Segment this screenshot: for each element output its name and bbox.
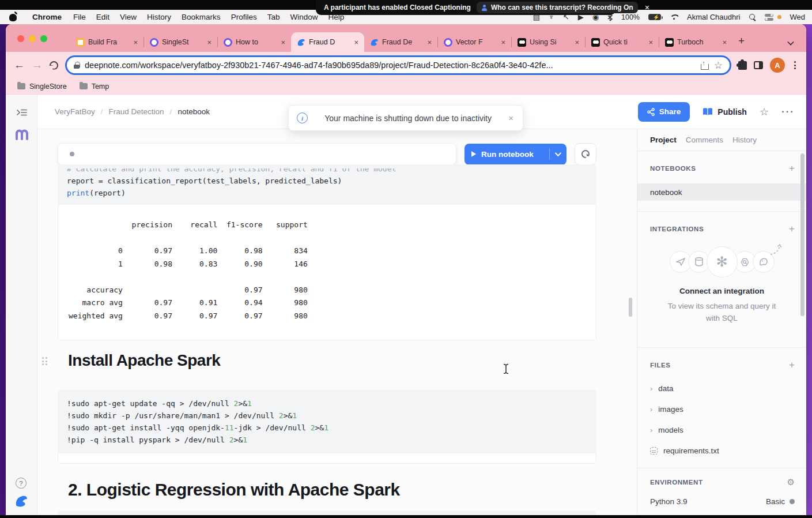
profile-avatar[interactable]: A: [770, 58, 785, 73]
code-cell-install-spark[interactable]: !sudo apt-get update -qq > /dev/null 2>&…: [58, 390, 596, 464]
tab-search-chevron-icon[interactable]: [787, 39, 794, 45]
help-icon[interactable]: ?: [16, 478, 27, 489]
table-of-contents-icon[interactable]: [16, 108, 28, 117]
breadcrumb-notebook[interactable]: notebook: [177, 107, 210, 116]
favorite-star-icon[interactable]: ☆: [760, 106, 769, 118]
browser-menu-icon[interactable]: [792, 61, 798, 69]
panel-tab-history[interactable]: History: [732, 136, 757, 144]
close-window-button[interactable]: [17, 35, 24, 42]
share-page-icon[interactable]: [701, 61, 709, 70]
forward-button: →: [32, 59, 43, 72]
extensions-icon[interactable]: [738, 61, 747, 70]
tab-turboch[interactable]: Turboch ×: [659, 32, 732, 52]
add-file-button[interactable]: +: [789, 359, 795, 371]
spotlight-icon[interactable]: [749, 14, 756, 21]
bookmark-star-icon[interactable]: ☆: [714, 61, 723, 70]
window-controls[interactable]: [17, 35, 47, 42]
run-options-chevron-icon[interactable]: [555, 150, 561, 156]
menu-view[interactable]: View: [115, 13, 142, 21]
tab-close-icon[interactable]: ×: [280, 38, 286, 47]
tab-close-icon[interactable]: ×: [132, 38, 139, 47]
tab-close-icon[interactable]: ×: [573, 38, 580, 47]
folder-row-data[interactable]: › data: [637, 378, 806, 399]
tab-fraud-detection-2[interactable]: Fraud De ×: [364, 32, 437, 52]
new-tab-button[interactable]: +: [738, 35, 745, 47]
back-button[interactable]: ←: [14, 59, 25, 72]
menu-edit[interactable]: Edit: [91, 13, 115, 21]
run-notebook-button[interactable]: Run notebook: [464, 144, 566, 165]
restart-machine-button[interactable]: [575, 143, 596, 165]
environment-runtime[interactable]: Python 3.9: [650, 497, 688, 506]
notebook-list-item[interactable]: notebook: [637, 183, 806, 201]
notebook-outline-icon[interactable]: [15, 128, 29, 141]
block-drag-handle[interactable]: [42, 357, 47, 366]
address-bar[interactable]: deepnote.com/workspace/veryfatboy-2f930b…: [65, 55, 731, 75]
singlestore-favicon: [224, 38, 232, 47]
url-text[interactable]: deepnote.com/workspace/veryfatboy-2f930b…: [85, 61, 696, 70]
folder-row-models[interactable]: › models: [637, 419, 806, 440]
add-notebook-button[interactable]: +: [789, 163, 795, 174]
menu-window[interactable]: Window: [285, 13, 323, 21]
panel-tab-comments[interactable]: Comments: [686, 136, 723, 144]
tab-build-fra[interactable]: Build Fra ×: [70, 32, 143, 52]
heading-logistic-regression[interactable]: 2. Logistic Regression with Apache Spark: [68, 480, 400, 500]
tab-how-to[interactable]: How to ×: [218, 32, 291, 52]
txt-file-icon: [650, 447, 658, 455]
minimize-window-button[interactable]: [29, 35, 36, 42]
tab-singlestore[interactable]: SingleSt ×: [144, 32, 217, 52]
bookmark-folder-temp[interactable]: Temp: [80, 82, 109, 91]
tab-close-icon[interactable]: ×: [721, 38, 728, 47]
tab-fraud-detection-active[interactable]: Fraud D ×: [291, 32, 364, 52]
code-editor[interactable]: # Calculate and print the accuracy, prec…: [58, 164, 596, 205]
menu-profiles[interactable]: Profiles: [226, 13, 262, 21]
meet-close-icon[interactable]: ×: [645, 3, 649, 12]
transcript-chip[interactable]: Who can see this transcript? Recording O…: [477, 2, 638, 13]
code-cell-classification-report[interactable]: # Calculate and print the accuracy, prec…: [58, 164, 596, 340]
menu-history[interactable]: History: [142, 13, 176, 21]
menu-file[interactable]: File: [68, 13, 91, 21]
more-options-icon[interactable]: ···: [781, 106, 795, 118]
menu-chrome[interactable]: Chrome: [27, 13, 68, 21]
panel-tab-project[interactable]: Project: [650, 136, 677, 144]
tab-close-icon[interactable]: ×: [353, 38, 360, 47]
reload-button[interactable]: [50, 61, 58, 70]
bookmark-folder-singlestore[interactable]: SingleStore: [17, 82, 67, 91]
menu-bookmarks[interactable]: Bookmarks: [176, 13, 226, 21]
panel-scrollbar-thumb[interactable]: [800, 153, 805, 316]
tab-quick-tip[interactable]: Quick ti ×: [586, 32, 659, 52]
machine-type[interactable]: Basic: [766, 497, 785, 506]
next-cell-partial[interactable]: [58, 511, 596, 515]
file-row-requirements[interactable]: requirements.txt: [637, 440, 806, 461]
ssl-lock-icon[interactable]: [74, 62, 80, 69]
tab-using-si[interactable]: Using Si ×: [512, 32, 585, 52]
publish-button[interactable]: Publish: [703, 107, 747, 117]
tab-close-icon[interactable]: ×: [206, 38, 213, 47]
connect-integration-cta[interactable]: Connect an integration: [637, 287, 806, 295]
zoom-window-button[interactable]: [40, 35, 47, 42]
collapsed-block-bar[interactable]: [58, 143, 456, 165]
deepnote-logo[interactable]: [14, 494, 28, 508]
add-integration-button[interactable]: +: [789, 223, 795, 235]
tab-close-icon[interactable]: ×: [647, 38, 654, 47]
environment-settings-gear-icon[interactable]: ⚙: [787, 477, 795, 487]
menubar-username[interactable]: Akmal Chaudhri: [687, 13, 741, 21]
tab-close-icon[interactable]: ×: [426, 38, 433, 47]
side-panel-icon[interactable]: [754, 61, 763, 69]
notebook-scrollbar-thumb[interactable]: [629, 298, 632, 317]
text-cursor-pointer: [503, 363, 509, 374]
tab-vector[interactable]: Vector F ×: [438, 32, 511, 52]
code-editor[interactable]: !sudo apt-get update -qq > /dev/null 2>&…: [58, 390, 596, 453]
breadcrumb-workspace[interactable]: VeryFatBoy: [55, 107, 95, 116]
control-center-icon[interactable]: [765, 14, 773, 21]
wifi-icon[interactable]: [670, 14, 678, 20]
toast-close-icon[interactable]: ×: [508, 113, 513, 123]
tab-label: SingleSt: [162, 38, 202, 46]
menu-tab[interactable]: Tab: [262, 13, 285, 21]
breadcrumb-project[interactable]: Fraud Detection: [109, 107, 164, 116]
folder-row-images[interactable]: › images: [637, 399, 806, 419]
share-button[interactable]: Share: [638, 102, 690, 122]
tab-close-icon[interactable]: ×: [500, 38, 507, 47]
tab-label: How to: [236, 38, 276, 46]
heading-install-apache-spark[interactable]: Install Apache Spark: [68, 351, 220, 370]
apple-icon[interactable]: [9, 13, 17, 21]
